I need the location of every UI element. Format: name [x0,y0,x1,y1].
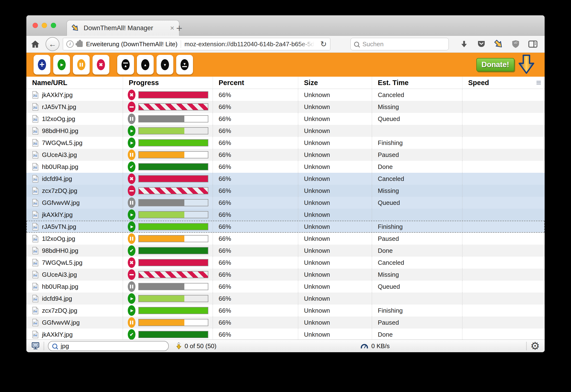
table-row[interactable]: hb0URap.jpg ✔ 66% Unknown Done [26,161,545,173]
table-row[interactable]: zcx7zDQ.jpg 66% Unknown Missing [26,185,545,197]
filter-input[interactable] [60,342,164,350]
browser-search-input[interactable] [362,40,445,48]
remote-monitor-icon[interactable] [31,342,40,350]
table-row[interactable]: idcfd94.jpg ✖ 66% Unknown Canceled [26,173,545,185]
resume-button[interactable]: ▶ [53,55,70,74]
new-tab-button[interactable]: + [176,23,182,34]
percent-value: 66% [213,89,298,101]
image-file-icon [32,187,39,195]
progress-bar [138,199,208,206]
progress-bar [138,151,208,158]
downthemall-toolbar-icon[interactable] [494,40,503,49]
percent-value: 66% [213,149,298,161]
image-file-icon [32,271,39,279]
downloads-icon[interactable] [460,40,468,48]
table-row[interactable]: GUceAi3.jpg 66% Unknown Paused [26,149,545,161]
status-icon-finishing: ▶ [128,305,135,316]
column-header-progress[interactable]: Progress [123,77,213,89]
status-icon-canceled: ✖ [128,257,135,268]
browser-search-field[interactable] [350,38,449,50]
minimize-window-button[interactable] [42,23,47,28]
pause-button[interactable] [73,55,90,74]
speed-value [462,305,545,317]
percent-value: 66% [213,161,298,173]
table-row[interactable]: rJA5vTN.jpg ▶ 66% Unknown Finishing [26,221,545,233]
cancel-button[interactable]: ✖ [93,55,109,74]
progress-fill [139,104,208,110]
table-row[interactable]: 7WGQwL5.jpg ✖ 66% Unknown Canceled [26,257,545,269]
table-row[interactable]: 1l2xoOg.jpg 66% Unknown Queued [26,113,545,125]
table-row[interactable]: jkAXklY.jpg ✖ 66% Unknown Canceled [26,89,545,101]
speed-indicator: 0 KB/s [360,342,390,350]
page-info-icon[interactable]: i [66,41,74,48]
table-row[interactable]: idcfd94.jpg ▶ 66% Unknown [26,293,545,305]
status-icon-paused [128,233,135,244]
add-download-button[interactable]: + [34,55,50,74]
table-row[interactable]: GUceAi3.jpg 66% Unknown Missing [26,269,545,280]
table-row[interactable]: GGfvwvW.jpg 66% Unknown Queued [26,197,545,209]
move-down-button[interactable]: ▼ [157,55,173,74]
progress-bar [138,139,208,146]
est-time-value: Canceled [372,257,462,269]
file-name: zcx7zDQ.jpg [42,187,77,195]
percent-value: 66% [213,173,298,185]
progress-bar [138,283,208,290]
home-icon[interactable] [31,40,40,48]
column-header-speed[interactable]: Speed [462,77,545,89]
column-picker-icon[interactable] [537,81,541,84]
progress-bar [138,103,208,111]
status-icon-queued [128,281,135,292]
column-header-percent[interactable]: Percent [213,77,298,89]
percent-value: 66% [213,317,298,328]
pocket-icon[interactable] [477,40,486,48]
navigation-bar: ← i Erweiterung (DownThemAll! Lite) moz-… [26,36,545,53]
move-up-button[interactable]: ▲ [137,55,154,74]
tab-downthemall-manager[interactable]: DownThemAll! Manager × [67,20,179,36]
size-value: Unknown [298,209,372,221]
column-header-size[interactable]: Size [298,77,372,89]
column-header-name-url[interactable]: Name/URL [26,77,123,89]
table-row[interactable]: zcx7zDQ.jpg ▶ 66% Unknown Finishing [26,305,545,317]
donate-button[interactable]: Donate! [476,58,514,71]
table-row[interactable]: 7WGQwL5.jpg ▶ 66% Unknown Finishing [26,137,545,149]
table-row[interactable]: hb0URap.jpg 66% Unknown Queued [26,280,545,293]
table-row[interactable]: 1l2xoOg.jpg 66% Unknown Paused [26,233,545,245]
url-bar[interactable]: i Erweiterung (DownThemAll! Lite) moz-ex… [63,38,330,50]
est-time-value: Finishing [372,305,462,317]
status-icon-missing [128,185,135,196]
progress-fill [139,319,184,326]
column-header-est-time[interactable]: Est. Time [372,77,462,89]
size-value: Unknown [298,221,372,233]
move-to-top-button[interactable]: ▲ [117,55,134,74]
est-time-value: Queued [372,197,462,209]
file-name: 1l2xoOg.jpg [42,235,75,242]
progress-fill [139,295,184,302]
move-to-bottom-button[interactable]: ▼ [176,55,193,74]
url-text[interactable]: moz-extension://db112040-614b-2a47-b65e-… [184,41,317,48]
reload-icon[interactable]: ↻ [320,40,327,48]
statusbar-divider-right [526,342,527,350]
filter-field[interactable] [48,341,169,351]
table-row[interactable]: rJA5vTN.jpg 66% Unknown Missing [26,101,545,113]
table-row[interactable]: 98bdHH0.jpg ▶ 66% Unknown [26,125,545,137]
back-button[interactable]: ← [45,37,59,51]
est-time-value: Done [372,161,462,173]
est-time-value [372,293,462,305]
resume-icon: ▶ [57,59,66,70]
tab-close-icon[interactable]: × [170,25,174,32]
close-window-button[interactable] [33,23,38,28]
table-row[interactable]: jkAXklY.jpg ✔ 66% Unknown Done [26,328,545,339]
table-row[interactable]: GGfvwvW.jpg 66% Unknown Paused [26,317,545,328]
speed-value [462,173,545,185]
download-count: 0 of 50 (50) [175,342,216,350]
gear-icon[interactable]: ⚙ [530,341,540,351]
zoom-window-button[interactable] [51,23,56,28]
speed-value [462,257,545,269]
sidebar-icon[interactable] [528,40,537,48]
file-name: idcfd94.jpg [42,175,72,182]
size-value: Unknown [298,161,372,173]
table-row[interactable]: 98bdHH0.jpg ✔ 66% Unknown Done [26,245,545,257]
ublock-icon[interactable]: uO [512,40,520,48]
percent-value: 66% [213,125,298,137]
table-row[interactable]: jkAXklY.jpg ▶ 66% Unknown [26,209,545,221]
